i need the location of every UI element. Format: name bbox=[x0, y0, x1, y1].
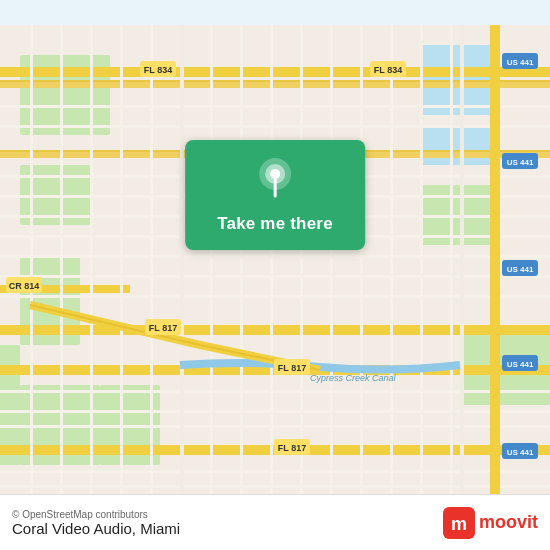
svg-text:FL 817: FL 817 bbox=[278, 363, 306, 373]
svg-rect-32 bbox=[0, 425, 550, 428]
svg-rect-28 bbox=[0, 275, 550, 278]
svg-rect-21 bbox=[0, 105, 550, 108]
svg-text:m: m bbox=[451, 514, 467, 534]
svg-rect-39 bbox=[60, 25, 63, 525]
svg-text:US 441: US 441 bbox=[507, 360, 534, 369]
svg-rect-31 bbox=[0, 410, 550, 413]
svg-rect-22 bbox=[0, 125, 550, 128]
bottom-bar: © OpenStreetMap contributors Coral Video… bbox=[0, 494, 550, 550]
svg-rect-45 bbox=[240, 25, 243, 525]
svg-rect-17 bbox=[0, 67, 550, 77]
svg-rect-44 bbox=[210, 25, 213, 525]
svg-rect-40 bbox=[90, 25, 93, 525]
svg-text:FL 834: FL 834 bbox=[374, 65, 402, 75]
svg-text:FL 817: FL 817 bbox=[149, 323, 177, 333]
svg-text:Cypress Creek Canal: Cypress Creek Canal bbox=[310, 373, 397, 383]
svg-text:CR 814: CR 814 bbox=[9, 281, 40, 291]
svg-rect-51 bbox=[420, 25, 423, 525]
svg-rect-18 bbox=[0, 325, 550, 335]
svg-text:FL 834: FL 834 bbox=[144, 65, 172, 75]
green-card: Take me there bbox=[185, 140, 365, 250]
svg-text:US 441: US 441 bbox=[507, 58, 534, 67]
svg-rect-48 bbox=[330, 25, 333, 525]
svg-rect-49 bbox=[360, 25, 363, 525]
svg-rect-46 bbox=[270, 25, 273, 525]
svg-rect-38 bbox=[30, 25, 33, 525]
svg-rect-52 bbox=[450, 25, 453, 525]
map-container: FL 834 FL 834 US 441 US 441 US 441 US 44… bbox=[0, 0, 550, 550]
svg-rect-43 bbox=[180, 25, 184, 525]
svg-rect-50 bbox=[390, 25, 393, 525]
svg-rect-14 bbox=[0, 80, 550, 82]
moovit-brand-text: moovit bbox=[479, 512, 538, 533]
copyright-text: © OpenStreetMap contributors bbox=[12, 509, 180, 520]
moovit-logo[interactable]: m moovit bbox=[443, 507, 538, 539]
svg-rect-27 bbox=[0, 255, 550, 258]
location-name: Coral Video Audio, Miami bbox=[12, 520, 180, 537]
svg-text:US 441: US 441 bbox=[507, 158, 534, 167]
svg-rect-53 bbox=[460, 25, 464, 525]
svg-text:US 441: US 441 bbox=[507, 265, 534, 274]
svg-rect-36 bbox=[490, 25, 500, 525]
moovit-icon: m bbox=[443, 507, 475, 539]
cta-overlay: Take me there bbox=[185, 140, 365, 250]
svg-text:FL 817: FL 817 bbox=[278, 443, 306, 453]
bottom-left: © OpenStreetMap contributors Coral Video… bbox=[12, 509, 180, 537]
location-pin-icon bbox=[257, 158, 293, 204]
svg-rect-29 bbox=[0, 295, 550, 298]
svg-rect-33 bbox=[0, 470, 550, 473]
svg-text:US 441: US 441 bbox=[507, 448, 534, 457]
svg-rect-34 bbox=[0, 485, 550, 488]
take-me-there-button[interactable]: Take me there bbox=[217, 212, 333, 236]
svg-rect-42 bbox=[150, 25, 153, 525]
svg-rect-41 bbox=[120, 25, 123, 525]
svg-rect-30 bbox=[0, 390, 550, 393]
